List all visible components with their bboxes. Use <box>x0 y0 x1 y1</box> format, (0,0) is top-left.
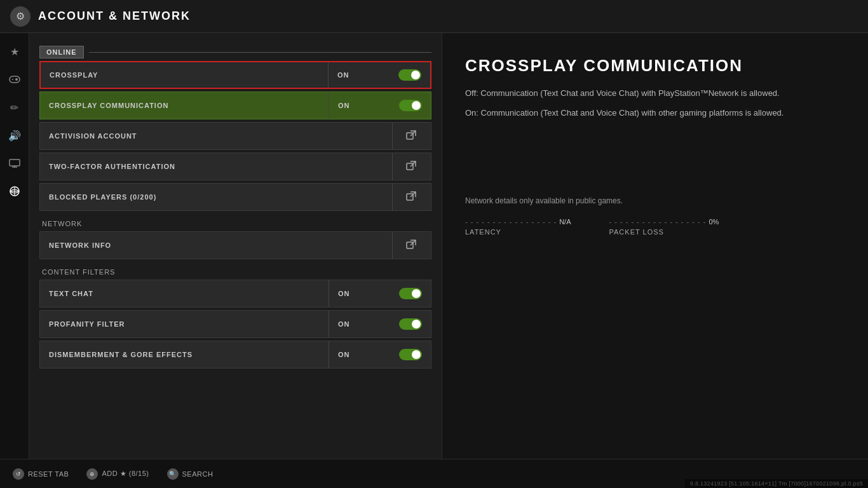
online-section-header: ONLINE <box>39 46 431 58</box>
dismemberment-label: DISMEMBERMENT & GORE EFFECTS <box>40 351 329 358</box>
reset-label: RESET TAB <box>28 470 69 478</box>
info-title: CROSSPLAY COMMUNICATION <box>465 56 845 76</box>
add-icon: ⊕ <box>86 468 98 480</box>
info-desc-on: On: Communication (Text Chat and Voice C… <box>465 107 845 120</box>
header-title: ACCOUNT & NETWORK <box>38 10 191 23</box>
network-info-label: NETWORK INFO <box>40 241 392 249</box>
nav-favorites[interactable]: ★ <box>3 39 27 64</box>
crossplay-label: CROSSPLAY <box>41 71 328 79</box>
two-factor-action[interactable] <box>393 161 431 172</box>
blocked-players-label: BLOCKED PLAYERS (0/200) <box>40 193 392 201</box>
search-icon: 🔍 <box>167 468 179 480</box>
reset-icon: ↺ <box>13 468 24 480</box>
header-icon: ⚙ <box>10 6 31 27</box>
packet-loss-value: 0% <box>709 218 719 226</box>
nav-network[interactable] <box>3 179 27 203</box>
text-chat-row[interactable]: TEXT CHAT ON <box>39 280 431 308</box>
activision-action[interactable] <box>393 130 431 142</box>
nav-display[interactable] <box>3 151 27 175</box>
profanity-label: PROFANITY FILTER <box>40 320 329 328</box>
blocked-external-icon <box>406 191 417 203</box>
svg-rect-0 <box>10 76 20 83</box>
crossplay-comm-label: CROSSPLAY COMMUNICATION <box>40 102 329 109</box>
packet-loss-block: - - - - - - - - - - - - - - - - - - 0% P… <box>609 218 719 236</box>
section-line <box>89 52 431 53</box>
sidebar-nav: ★ ✏ 🔊 <box>0 33 29 459</box>
activision-row[interactable]: ACTIVISION ACCOUNT <box>39 122 431 150</box>
profanity-value: ON <box>329 318 431 330</box>
info-desc-off: Off: Communication (Text Chat and Voice … <box>465 87 845 100</box>
blocked-players-row[interactable]: BLOCKED PLAYERS (0/200) <box>39 183 431 211</box>
version-info: 9.8.13241923 [51:105:1614+11] Tm [7000]1… <box>685 479 868 488</box>
latency-label: Latency <box>465 228 571 236</box>
nav-edit[interactable]: ✏ <box>3 95 27 119</box>
nav-gamepad[interactable] <box>3 67 27 92</box>
svg-rect-3 <box>10 159 20 166</box>
online-tab-label: ONLINE <box>39 46 84 58</box>
dismemberment-row[interactable]: DISMEMBERMENT & GORE EFFECTS ON <box>39 341 431 369</box>
blocked-players-action[interactable] <box>393 191 431 203</box>
two-factor-external-icon <box>406 161 417 172</box>
latency-block: - - - - - - - - - - - - - - - - - N/A La… <box>465 218 571 236</box>
activision-label: ACTIVISION ACCOUNT <box>40 132 392 140</box>
network-stats: - - - - - - - - - - - - - - - - - N/A La… <box>465 218 845 236</box>
two-factor-row[interactable]: TWO-FACTOR AUTHENTICATION <box>39 152 431 180</box>
crossplay-comm-value: ON <box>329 100 431 111</box>
network-info-row[interactable]: NETWORK INFO <box>39 231 431 259</box>
crossplay-toggle[interactable] <box>398 69 421 81</box>
latency-value: N/A <box>559 218 571 226</box>
text-chat-value: ON <box>329 288 431 299</box>
dismemberment-value: ON <box>329 349 431 360</box>
profanity-toggle[interactable] <box>399 318 422 330</box>
dismemberment-toggle[interactable] <box>399 349 422 360</box>
reset-tab-action[interactable]: ↺ RESET TAB <box>13 468 69 480</box>
header: ⚙ ACCOUNT & NETWORK <box>0 0 868 33</box>
add-label: ADD ★ (8/15) <box>102 470 149 478</box>
settings-panel: ONLINE CROSSPLAY ON CROSSPLAY COMMUNICAT… <box>29 33 442 459</box>
text-chat-label: TEXT CHAT <box>40 290 329 297</box>
search-label: SEARCH <box>182 470 214 478</box>
add-favorite-action[interactable]: ⊕ ADD ★ (8/15) <box>86 468 149 480</box>
nav-audio[interactable]: 🔊 <box>3 123 27 147</box>
info-panel: CROSSPLAY COMMUNICATION Off: Communicati… <box>442 33 868 459</box>
text-chat-toggle[interactable] <box>399 288 422 299</box>
crossplay-comm-row[interactable]: CROSSPLAY COMMUNICATION ON <box>39 92 431 119</box>
network-info-external-icon <box>406 240 417 251</box>
network-info-action[interactable] <box>393 240 431 251</box>
crossplay-comm-toggle[interactable] <box>399 100 422 111</box>
activision-external-icon <box>406 130 417 142</box>
packet-loss-dashes: - - - - - - - - - - - - - - - - - - <box>609 218 707 226</box>
svg-point-2 <box>15 78 18 81</box>
search-action[interactable]: 🔍 SEARCH <box>167 468 214 480</box>
two-factor-label: TWO-FACTOR AUTHENTICATION <box>40 163 392 170</box>
content-filters-heading: CONTENT FILTERS <box>42 268 431 276</box>
profanity-filter-row[interactable]: PROFANITY FILTER ON <box>39 310 431 338</box>
packet-loss-label: Packet Loss <box>609 228 719 236</box>
crossplay-row[interactable]: CROSSPLAY ON <box>39 61 431 89</box>
network-heading: NETWORK <box>42 220 431 227</box>
crossplay-value: ON <box>329 69 430 81</box>
network-note: Network details only available in public… <box>465 196 845 205</box>
latency-dashes: - - - - - - - - - - - - - - - - - <box>465 218 557 226</box>
